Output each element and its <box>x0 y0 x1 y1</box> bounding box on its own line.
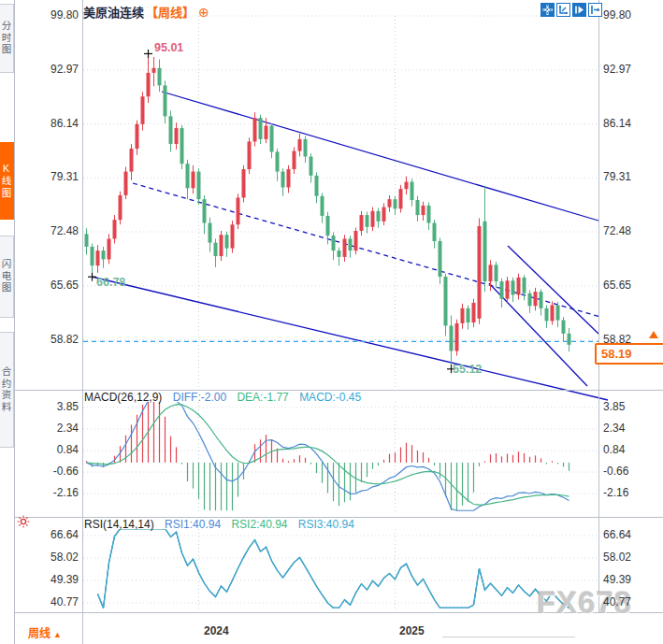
sidebar-tab-time-chart[interactable]: 分时图 <box>0 4 14 73</box>
sidebar-tab-contract-info[interactable]: 合约资料 <box>0 332 14 448</box>
sidebar-tab-label: 闪电图 <box>0 259 14 294</box>
sidebar: 分时图 K线图 闪电图 合约资料 <box>0 0 15 644</box>
year-label-2025: 2025 <box>399 624 425 637</box>
y-axis-label: 3.85 <box>603 400 659 413</box>
sidebar-tab-label: 分时图 <box>0 21 14 56</box>
y-axis-label: 86.14 <box>603 117 659 130</box>
y-axis-label: 92.97 <box>11 63 79 76</box>
period-selector[interactable]: 周线▲ <box>28 624 62 640</box>
y-axis-label: 72.48 <box>603 224 659 237</box>
y-axis-label: 99.80 <box>603 8 659 21</box>
sidebar-tab-kline-chart[interactable]: K线图 <box>0 142 14 220</box>
rsi-header: RSI(14,14,14) RSI1:40.94 RSI2:40.94 RSI3… <box>84 518 354 531</box>
y-axis-label: 65.65 <box>603 279 659 292</box>
macd-diff-value: DIFF:-2.00 <box>173 391 226 404</box>
rsi2-line <box>98 529 569 608</box>
add-indicator-icon[interactable]: ⊕ <box>198 5 209 20</box>
macd-dea-value: DEA:-1.77 <box>237 391 288 404</box>
y-axis-label: 40.77 <box>603 595 659 608</box>
y-axis-label: 86.14 <box>11 117 79 130</box>
chart-toolbar <box>540 3 602 17</box>
y-axis-label: 2.34 <box>603 422 659 435</box>
sidebar-tab-label: K线图 <box>0 163 14 199</box>
y-axis-label: 79.31 <box>603 170 659 183</box>
rsi-title: RSI(14,14,14) <box>84 518 154 531</box>
y-axis-label: 49.39 <box>11 573 79 586</box>
y-axis-label: 3.85 <box>11 400 79 413</box>
y-axis-label: 92.97 <box>603 63 659 76</box>
axis-scale-icon[interactable] <box>556 3 570 17</box>
sidebar-tab-lightning-chart[interactable]: 闪电图 <box>0 236 14 318</box>
rsi2-value: RSI2:40.94 <box>231 518 287 531</box>
rsi1-line <box>98 529 569 608</box>
y-axis-label: 58.82 <box>603 333 659 346</box>
chart-app: FX678 分时图 K线图 闪电图 合约资料 美原油连续【周线】⊕ <box>0 0 663 644</box>
y-axis-label: 66.64 <box>11 528 79 541</box>
trendline[interactable] <box>162 92 598 221</box>
y-axis-label: 58.02 <box>603 551 659 564</box>
y-axis-label: 72.48 <box>11 224 79 237</box>
y-axis-label: -2.16 <box>11 486 79 499</box>
play-forward-icon[interactable] <box>572 3 586 17</box>
main-low-annotation: 55.12 <box>453 363 482 376</box>
y-axis-label: 40.77 <box>11 595 79 608</box>
macd-title: MACD(26,12,9) <box>84 391 162 404</box>
period-tag: 【周线】 <box>146 6 195 20</box>
left-low-annotation: 66.78 <box>96 276 125 289</box>
y-axis-label: -0.66 <box>11 465 79 478</box>
y-axis-label: -0.66 <box>603 465 659 478</box>
rsi1-value: RSI1:40.94 <box>165 518 221 531</box>
y-axis-label: 66.64 <box>603 528 659 541</box>
chevron-up-icon: ▲ <box>53 630 62 639</box>
chart-canvas[interactable] <box>0 0 663 644</box>
y-axis-label: 0.84 <box>603 443 659 456</box>
chart-title: 美原油连续【周线】⊕ <box>83 3 209 21</box>
y-axis-label: 0.84 <box>11 443 79 456</box>
sidebar-tab-label: 合约资料 <box>0 366 14 413</box>
y-axis-label: 99.80 <box>11 8 79 21</box>
period-selector-label: 周线 <box>28 627 50 640</box>
macd-macd-value: MACD:-0.45 <box>299 391 361 404</box>
y-axis-label: 2.34 <box>11 422 79 435</box>
y-axis-label: 58.82 <box>11 333 79 346</box>
y-axis-label: 49.39 <box>603 573 659 586</box>
exit-restore-icon[interactable] <box>588 3 602 17</box>
macd-panel-plot <box>87 401 569 510</box>
y-axis-label: -2.16 <box>603 486 659 499</box>
rsi3-line <box>98 529 569 608</box>
pan-crosshair-icon[interactable] <box>540 3 555 17</box>
high-price-annotation: 95.01 <box>154 41 183 54</box>
y-axis-label: 65.65 <box>11 279 79 292</box>
candles <box>85 54 571 369</box>
rsi-panel-plot <box>98 529 569 608</box>
rsi3-value: RSI3:40.94 <box>298 518 354 531</box>
y-axis-label: 58.02 <box>11 551 79 564</box>
macd-header: MACD(26,12,9) DIFF:-2.00 DEA:-1.77 MACD:… <box>84 391 361 404</box>
instrument-name: 美原油连续 <box>83 6 144 20</box>
year-label-2024: 2024 <box>204 624 229 637</box>
last-price-box: 58.19 <box>595 343 663 365</box>
y-axis-label: 79.31 <box>11 170 79 183</box>
